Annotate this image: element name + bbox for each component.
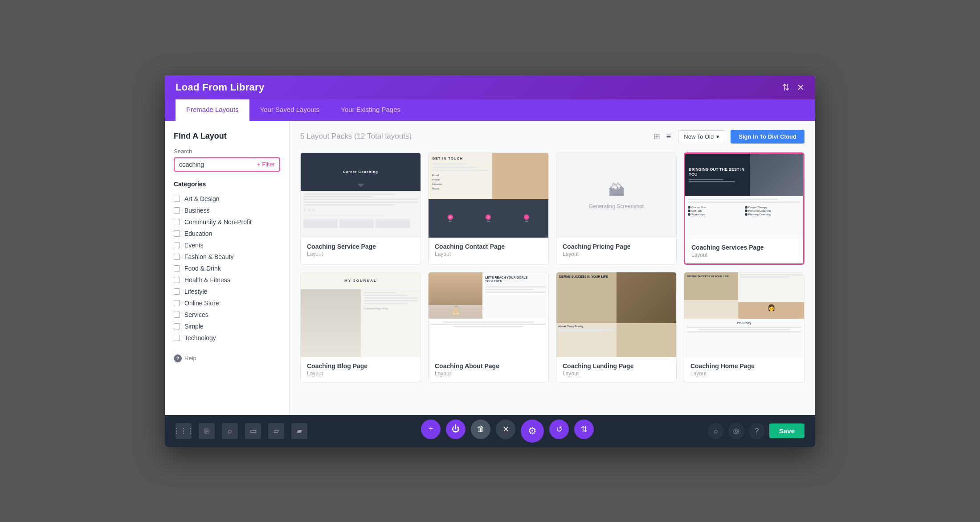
- filter-button[interactable]: + Filter: [257, 161, 275, 168]
- card-name: Coaching Blog Page: [307, 362, 414, 370]
- card-info: Coaching Services Page Layout: [685, 238, 803, 263]
- power-button[interactable]: ⏻: [446, 419, 466, 439]
- service-dot: [745, 206, 747, 209]
- preview-line: [688, 199, 778, 200]
- card-type: Layout: [563, 251, 670, 257]
- card-info: Coaching Home Page Layout: [684, 357, 804, 382]
- search-box[interactable]: + Filter: [174, 157, 280, 172]
- preview-text: LET'S REACH YOUR GOALS TOGETHER: [482, 272, 548, 319]
- sort-action-button[interactable]: ⇅: [574, 419, 594, 439]
- layout-card-coaching-pricing[interactable]: 🏔 Generating Screenshot Coaching Pricing…: [556, 152, 677, 265]
- help-button[interactable]: ? Help: [174, 354, 280, 362]
- preview-bottom-right: 👩: [738, 302, 804, 319]
- contact-icon: ✆: [486, 214, 491, 220]
- card-type: Layout: [307, 251, 414, 257]
- save-button[interactable]: Save: [769, 423, 804, 438]
- category-label: Education: [184, 230, 212, 237]
- category-checkbox[interactable]: [174, 300, 180, 306]
- layout-card-coaching-contact[interactable]: GET IN TOUCH Email Phone Location Hours: [428, 152, 549, 265]
- layout-card-coaching-blog[interactable]: MY JOURNAL Coaching Page Blog: [300, 272, 421, 382]
- service-text: Personal Coaching: [748, 210, 771, 212]
- layout-card-coaching-about[interactable]: 🧘 LET'S REACH YOUR GOALS TOGETHER: [428, 272, 549, 382]
- service-item: Planning Coaching: [745, 213, 801, 216]
- layout-card-coaching-services-selected[interactable]: BRINGING OUT THE BEST IN YOU: [684, 152, 804, 265]
- close-x-button[interactable]: ✕: [496, 419, 515, 439]
- preview-header: Career Coaching: [301, 153, 421, 191]
- layout-card-coaching-landing[interactable]: DEFINE SUCCESS IN YOUR LIFE About Cindy …: [556, 272, 677, 382]
- category-checkbox[interactable]: [174, 196, 180, 202]
- toolbar-right: ⌕ ◎ ? Save: [708, 423, 804, 439]
- service-text: Planning Coaching: [748, 213, 771, 216]
- preview-line: [303, 199, 418, 200]
- close-button[interactable]: ✕: [797, 82, 804, 93]
- tablet-icon-button[interactable]: ▱: [268, 423, 284, 439]
- card-type: Layout: [691, 252, 797, 258]
- layers-icon[interactable]: ◎: [728, 423, 744, 439]
- card-type: Layout: [563, 370, 670, 377]
- category-technology[interactable]: Technology: [174, 332, 280, 344]
- layout-card-coaching-service[interactable]: Career Coaching: [300, 152, 421, 265]
- preview-bottom-left: [684, 300, 738, 319]
- mobile-icon-button[interactable]: ▰: [291, 423, 307, 439]
- grid-view-button[interactable]: ⊞: [652, 131, 662, 142]
- tab-premade-layouts[interactable]: Premade Layouts: [176, 99, 249, 121]
- help-right-icon[interactable]: ?: [749, 423, 765, 439]
- tab-existing-pages[interactable]: Your Existing Pages: [330, 99, 411, 121]
- category-community[interactable]: Community & Non-Profit: [174, 216, 280, 228]
- search-right-icon[interactable]: ⌕: [708, 423, 724, 439]
- card-name: Coaching Contact Page: [435, 243, 542, 250]
- sort-dropdown[interactable]: New To Old ▾: [678, 130, 725, 143]
- category-checkbox[interactable]: [174, 277, 180, 283]
- category-fashion[interactable]: Fashion & Beauty: [174, 251, 280, 263]
- delete-button[interactable]: 🗑: [471, 419, 490, 439]
- category-food[interactable]: Food & Drink: [174, 263, 280, 274]
- category-checkbox[interactable]: [174, 288, 180, 295]
- category-education[interactable]: Education: [174, 228, 280, 239]
- category-checkbox[interactable]: [174, 323, 180, 329]
- main-content: 5 Layout Packs (12 Total layouts) ⊞ ≡ Ne…: [290, 121, 815, 415]
- category-checkbox[interactable]: [174, 230, 180, 237]
- category-art-design[interactable]: Art & Design: [174, 193, 280, 205]
- category-checkbox[interactable]: [174, 312, 180, 318]
- face-icon: 👩: [738, 302, 804, 311]
- desktop-icon-button[interactable]: ▭: [245, 423, 261, 439]
- category-lifestyle[interactable]: Lifestyle: [174, 286, 280, 297]
- history-button[interactable]: ↺: [549, 419, 569, 439]
- grid-icon-button[interactable]: ⊞: [199, 423, 215, 439]
- category-checkbox[interactable]: [174, 207, 180, 214]
- modal-container: Load From Library ⇅ ✕ Premade Layouts Yo…: [165, 75, 815, 447]
- card-preview: Career Coaching: [301, 153, 421, 238]
- category-online-store[interactable]: Online Store: [174, 297, 280, 309]
- category-services[interactable]: Services: [174, 309, 280, 321]
- service-dot: [745, 213, 747, 216]
- category-events[interactable]: Events: [174, 239, 280, 251]
- preview-dots: [303, 209, 418, 211]
- category-checkbox[interactable]: [174, 254, 180, 260]
- search-icon-button[interactable]: ⌕: [222, 423, 238, 439]
- add-button[interactable]: +: [421, 419, 441, 439]
- preview-bottom: One on One Couple Therapy Self Help: [685, 196, 803, 238]
- card-type: Layout: [435, 370, 542, 377]
- category-checkbox[interactable]: [174, 335, 180, 341]
- sort-icon-button[interactable]: ⇅: [782, 82, 790, 93]
- preview-bottom: I'm Cindy: [684, 319, 804, 357]
- dot: [312, 209, 315, 211]
- category-health[interactable]: Health & Fitness: [174, 274, 280, 286]
- category-simple[interactable]: Simple: [174, 321, 280, 332]
- menu-icon-button[interactable]: ⋮⋮⋮: [176, 423, 192, 439]
- sign-in-divi-cloud-button[interactable]: Sign In To Divi Cloud: [731, 130, 804, 144]
- card-preview: GET IN TOUCH Email Phone Location Hours: [429, 153, 548, 238]
- layout-card-coaching-home[interactable]: DEFINE SUCCESS IN YOUR LIFE: [684, 272, 804, 382]
- category-checkbox[interactable]: [174, 219, 180, 225]
- category-checkbox[interactable]: [174, 265, 180, 271]
- category-label: Health & Fitness: [184, 276, 230, 284]
- settings-button[interactable]: ⚙: [521, 419, 544, 443]
- list-view-button[interactable]: ≡: [665, 131, 673, 142]
- search-input[interactable]: [179, 161, 257, 168]
- tab-saved-layouts[interactable]: Your Saved Layouts: [249, 99, 331, 121]
- category-business[interactable]: Business: [174, 205, 280, 216]
- category-checkbox[interactable]: [174, 242, 180, 248]
- modal-header: Load From Library ⇅ ✕: [165, 75, 815, 99]
- service-text: One on One: [691, 206, 706, 209]
- service-item: Self Help: [688, 210, 744, 212]
